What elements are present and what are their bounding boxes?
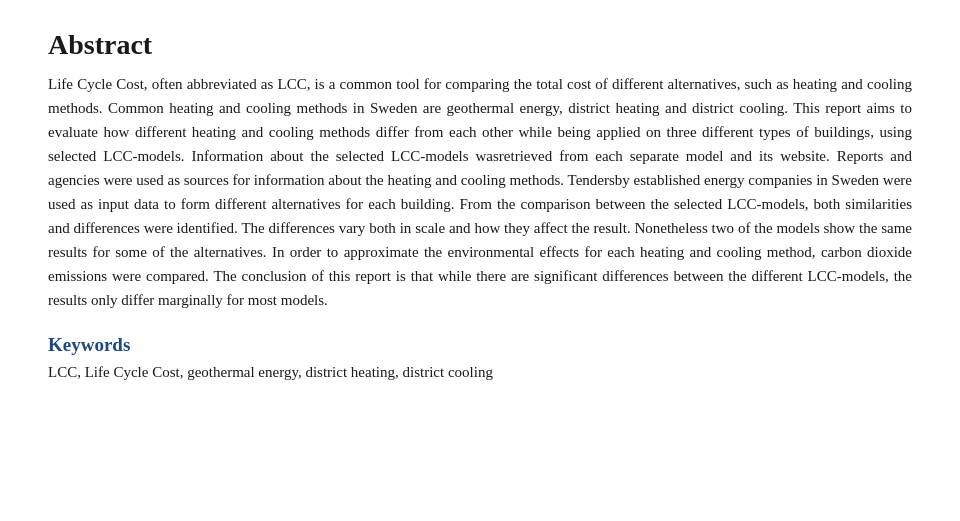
- keywords-title: Keywords: [48, 334, 912, 356]
- keywords-section: Keywords LCC, Life Cycle Cost, geotherma…: [48, 334, 912, 384]
- keywords-text: LCC, Life Cycle Cost, geothermal energy,…: [48, 360, 912, 384]
- abstract-body: Life Cycle Cost, often abbreviated as LC…: [48, 72, 912, 312]
- abstract-title: Abstract: [48, 28, 912, 62]
